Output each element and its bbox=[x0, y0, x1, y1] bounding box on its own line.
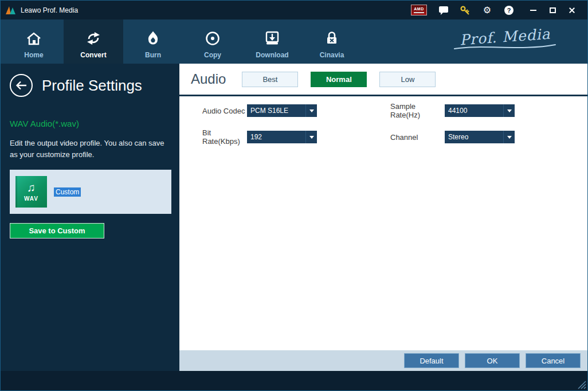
copy-icon bbox=[205, 29, 221, 48]
tab-burn[interactable]: Burn bbox=[123, 19, 183, 64]
main-nav: Home Convert Burn bbox=[1, 19, 587, 64]
audio-section-header: Audio Best Normal Low bbox=[179, 64, 587, 96]
app-window: Leawo Prof. Media AMD ⚙ bbox=[0, 0, 588, 391]
cancel-button[interactable]: Cancel bbox=[526, 353, 581, 368]
maximize-button[interactable] bbox=[543, 3, 562, 18]
sidebar: Profile Settings WAV Audio(*.wav) Edit t… bbox=[1, 64, 179, 371]
bit-rate-label: Bit Rate(Kbps) bbox=[202, 128, 247, 146]
audio-codec-label: Audio Codec bbox=[202, 107, 247, 115]
sample-rate-select[interactable]: 44100 bbox=[445, 104, 515, 117]
wav-file-icon: ♫ WAV bbox=[15, 176, 47, 208]
profile-format-label: WAV Audio(*.wav) bbox=[10, 119, 170, 128]
status-bar bbox=[1, 371, 587, 390]
prof-media-logo: Prof. Media bbox=[453, 29, 556, 51]
content-area: Profile Settings WAV Audio(*.wav) Edit t… bbox=[1, 64, 587, 371]
amd-badge-icon[interactable]: AMD bbox=[411, 5, 427, 15]
resize-grip[interactable] bbox=[578, 381, 586, 389]
main-panel: Audio Best Normal Low Audio Codec PCM S1… bbox=[179, 64, 587, 371]
quality-normal-button[interactable]: Normal bbox=[311, 72, 367, 87]
tab-copy[interactable]: Copy bbox=[183, 19, 242, 64]
custom-profile-name-input[interactable]: Custom bbox=[54, 187, 81, 197]
quality-best-button[interactable]: Best bbox=[242, 72, 298, 87]
chevron-down-icon bbox=[503, 104, 515, 117]
save-to-custom-button[interactable]: Save to Custom bbox=[10, 223, 104, 238]
tab-convert[interactable]: Convert bbox=[64, 19, 123, 64]
audio-codec-select[interactable]: PCM S16LE bbox=[247, 104, 317, 117]
ok-button[interactable]: OK bbox=[465, 353, 520, 368]
channel-select[interactable]: Stereo bbox=[445, 131, 515, 143]
chevron-down-icon bbox=[503, 131, 515, 143]
chevron-down-icon bbox=[305, 104, 317, 117]
quality-low-button[interactable]: Low bbox=[379, 72, 436, 87]
tab-home[interactable]: Home bbox=[4, 19, 64, 64]
sample-rate-label: Sample Rate(Hz) bbox=[390, 102, 445, 119]
chat-icon[interactable] bbox=[438, 5, 449, 15]
tab-cinavia[interactable]: Cinavia bbox=[302, 19, 362, 64]
profile-description: Edit the output video profile. You also … bbox=[10, 138, 168, 161]
titlebar: Leawo Prof. Media AMD ⚙ bbox=[1, 1, 587, 19]
custom-profile-item[interactable]: ♫ WAV Custom bbox=[10, 170, 171, 214]
burn-icon bbox=[145, 29, 161, 48]
home-icon bbox=[26, 29, 42, 48]
key-icon[interactable] bbox=[460, 5, 471, 15]
cinavia-icon bbox=[324, 29, 340, 48]
minimize-button[interactable] bbox=[523, 3, 543, 18]
section-title: Audio bbox=[191, 71, 226, 87]
bit-rate-select[interactable]: 192 bbox=[247, 131, 317, 143]
audio-settings-form: Audio Codec PCM S16LE Sample Rate(Hz) 44… bbox=[179, 96, 587, 350]
chevron-down-icon bbox=[305, 131, 317, 143]
default-button[interactable]: Default bbox=[404, 353, 459, 368]
convert-icon bbox=[85, 29, 101, 48]
back-button[interactable] bbox=[10, 74, 33, 97]
quality-selector: Best Normal Low bbox=[242, 72, 436, 87]
close-button[interactable] bbox=[562, 3, 582, 18]
download-icon bbox=[264, 29, 280, 48]
page-title: Profile Settings bbox=[42, 77, 142, 95]
music-note-icon: ♫ bbox=[27, 182, 36, 193]
wav-ext-label: WAV bbox=[24, 196, 38, 202]
app-logo-icon bbox=[5, 5, 17, 15]
dialog-footer: Default OK Cancel bbox=[179, 350, 587, 371]
tab-download[interactable]: Download bbox=[242, 19, 302, 64]
gear-icon[interactable]: ⚙ bbox=[482, 5, 492, 15]
channel-label: Channel bbox=[390, 133, 445, 142]
help-icon[interactable]: ? bbox=[504, 5, 514, 15]
window-title: Leawo Prof. Media bbox=[21, 6, 78, 14]
